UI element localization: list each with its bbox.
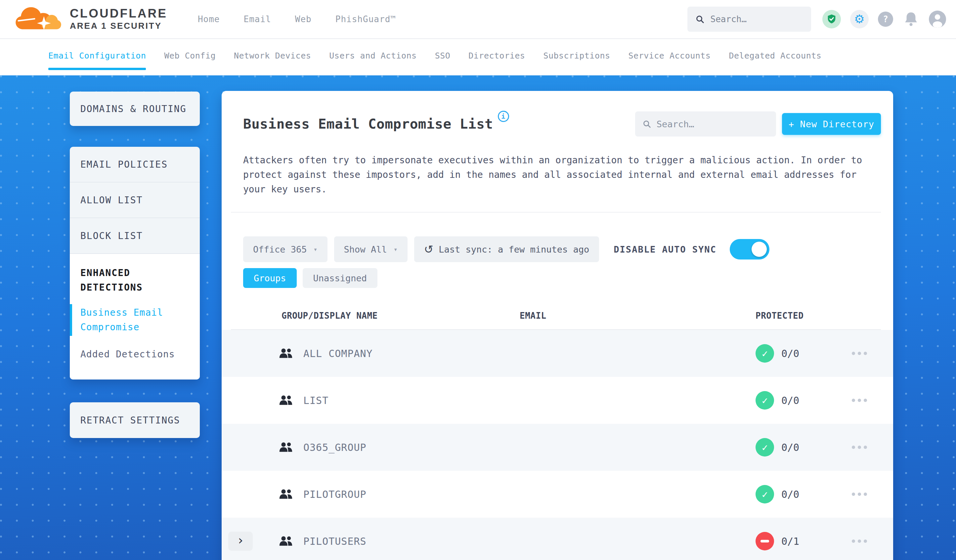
protected-badge: ✓ [756,344,774,362]
tab-directories[interactable]: Directories [469,39,525,75]
protected-badge: ✓ [756,485,774,504]
sidebar-policies-card: EMAIL POLICIES ALLOW LIST BLOCK LIST ENH… [70,147,200,380]
new-directory-button[interactable]: + New Directory [782,113,881,135]
tab-groups[interactable]: Groups [243,268,297,288]
check-icon: ✓ [762,348,768,359]
tab-delegated-accounts[interactable]: Delegated Accounts [729,39,821,75]
row-actions-button[interactable] [852,540,867,543]
bell-icon [903,11,920,28]
cloudflare-logo[interactable]: CLOUDFLARE AREA 1 SECURITY [14,4,167,35]
top-nav-phishguard[interactable]: PhishGuard™ [335,14,396,24]
account-button[interactable] [929,11,946,28]
panel-header: Business Email Compromise Listi + New Di… [243,111,881,136]
avatar-icon [929,11,946,28]
expand-button[interactable]: › [228,532,253,551]
protected-count: 0/0 [781,348,799,359]
tab-network-devices[interactable]: Network Devices [234,39,311,75]
group-name: O365_GROUP [303,442,366,453]
table-row[interactable]: › PILOTUSERS ✓ 0/1 [222,518,893,560]
global-search-input[interactable] [711,14,803,24]
brand-tagline: AREA 1 SECURITY [70,20,167,31]
table-row[interactable]: › O365_GROUP ✓ 0/0 [222,424,893,471]
chevron-right-icon: › [237,534,244,546]
auto-sync-toggle[interactable] [730,239,769,259]
tab-email-configuration[interactable]: Email Configuration [48,39,146,75]
divider [231,212,881,213]
group-icon [278,395,293,406]
tab-web-config[interactable]: Web Config [164,39,216,75]
brand-text: CLOUDFLARE AREA 1 SECURITY [70,7,167,31]
tab-subscriptions[interactable]: Subscriptions [543,39,610,75]
filter-row: Office 365 ▾ Show All ▾ ↺ Last sync: a f… [243,236,881,262]
list-search-input[interactable] [657,119,769,129]
tab-unassigned[interactable]: Unassigned [303,268,378,288]
top-nav: Home Email Web PhishGuard™ [198,14,396,24]
sidebar-item-business-email-compromise[interactable]: Business Email Compromise [80,306,189,334]
sidebar-item-added-detections[interactable]: Added Detections [80,347,189,362]
tab-sso[interactable]: SSO [435,39,451,75]
sidebar-item-retract-settings[interactable]: RETRACT SETTINGS [70,402,200,438]
active-tab-underline [48,68,146,70]
page-description: Attackers often try to impersonate execu… [243,153,872,197]
top-nav-web[interactable]: Web [295,14,311,24]
protected-badge: ✓ [756,532,774,551]
protected-count: 0/0 [781,489,799,500]
toggle-knob [752,242,767,257]
row-actions-button[interactable] [852,399,867,402]
group-name: PILOTGROUP [303,489,366,500]
settings-button[interactable]: ⚙ [850,10,869,28]
notifications-button[interactable] [903,11,920,28]
tab-service-accounts[interactable]: Service Accounts [629,39,711,75]
cloudflare-cloud-icon [14,4,64,35]
check-icon: ✓ [762,395,768,406]
minus-icon [761,540,769,543]
active-item-bar [70,304,72,336]
sidebar-item-domains-routing[interactable]: DOMAINS & ROUTING [70,92,200,126]
protected-count: 0/0 [781,442,799,453]
refresh-icon: ↺ [424,244,434,255]
column-group-display-name: GROUP/DISPLAY NAME [281,311,378,321]
security-status-button[interactable] [822,10,841,28]
group-icon [278,536,293,547]
top-header: CLOUDFLARE AREA 1 SECURITY Home Email We… [0,0,956,39]
show-filter-dropdown[interactable]: Show All ▾ [334,236,407,262]
connector-dropdown[interactable]: Office 365 ▾ [243,236,327,262]
list-search[interactable] [635,111,776,136]
group-name: PILOTUSERS [303,535,366,547]
row-actions-button[interactable] [852,493,867,496]
shield-check-icon [826,14,837,25]
help-icon: ? [883,14,888,24]
tab-users-and-actions[interactable]: Users and Actions [329,39,417,75]
section-tabs: Email Configuration Web Config Network D… [0,39,956,75]
global-search[interactable] [687,6,811,32]
protected-badge: ✓ [756,438,774,456]
group-icon [278,348,293,359]
help-button[interactable]: ? [878,12,893,27]
protected-count: 0/0 [781,395,799,406]
last-sync-button[interactable]: ↺ Last sync: a few minutes ago [414,236,599,262]
check-icon: ✓ [762,442,768,453]
table-row[interactable]: › ALL COMPANY ✓ 0/0 [222,330,893,377]
sidebar-item-email-policies[interactable]: EMAIL POLICIES [70,147,200,182]
sidebar-item-allow-list[interactable]: ALLOW LIST [70,182,200,218]
top-nav-email[interactable]: Email [244,14,271,24]
view-tabs: Groups Unassigned [243,268,881,288]
top-nav-home[interactable]: Home [198,14,220,24]
workspace: DOMAINS & ROUTING EMAIL POLICIES ALLOW L… [0,75,956,560]
table-row[interactable]: › LIST ✓ 0/0 [222,377,893,424]
group-name: ALL COMPANY [303,348,373,359]
row-actions-button[interactable] [852,352,867,355]
sidebar: DOMAINS & ROUTING EMAIL POLICIES ALLOW L… [70,92,200,438]
info-icon[interactable]: i [498,111,509,122]
chevron-down-icon: ▾ [394,245,398,253]
page-title: Business Email Compromise Listi [243,116,509,132]
sidebar-item-block-list[interactable]: BLOCK LIST [70,218,200,254]
check-icon: ✓ [762,489,768,500]
table-row[interactable]: › PILOTGROUP ✓ 0/0 [222,471,893,518]
search-icon [695,14,704,25]
column-email: EMAIL [520,311,546,321]
column-protected: PROTECTED [756,311,803,321]
sidebar-item-enhanced-detections[interactable]: ENHANCED DETECTIONS Business Email Compr… [70,254,200,380]
gear-icon: ⚙ [854,13,865,25]
row-actions-button[interactable] [852,445,867,449]
